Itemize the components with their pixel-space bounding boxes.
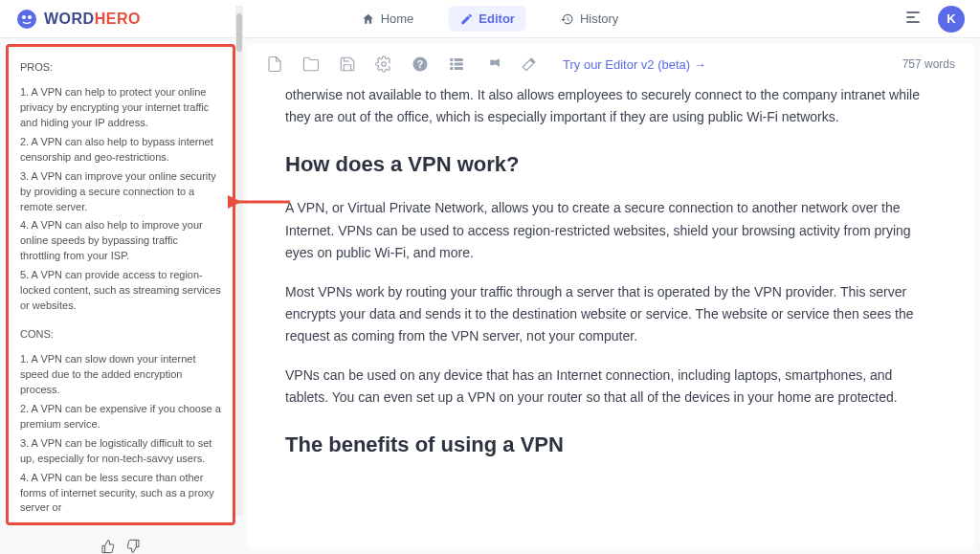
pros-item: 4. A VPN can also help to improve your o… [20,218,221,264]
magic-wand-icon[interactable] [521,55,538,73]
nav-home-label: Home [381,11,414,26]
folder-open-icon[interactable] [302,55,320,73]
svg-rect-9 [450,58,453,61]
svg-point-6 [382,62,387,67]
logo[interactable]: WORDHERO [15,8,141,31]
word-count: 757 words [902,57,955,71]
thumbs-up-icon[interactable] [100,539,116,554]
paragraph: Most VPNs work by routing your traffic t… [285,281,936,347]
svg-point-0 [17,10,36,29]
topbar-right: K [903,6,965,33]
thumbs-down-icon[interactable] [125,539,141,554]
avatar[interactable]: K [938,6,965,33]
new-file-icon[interactable] [266,55,283,73]
nav-center: Home Editor History [350,6,631,32]
paragraph: A VPN, or Virtual Private Network, allow… [285,197,936,263]
history-icon [561,12,574,26]
pencil-icon [459,12,473,26]
help-icon[interactable]: ? [412,55,429,73]
svg-rect-10 [455,58,463,61]
svg-rect-12 [455,63,463,66]
svg-rect-14 [455,67,463,70]
feedback-thumbs [6,531,235,554]
cons-item: 4. A VPN can be less secure than other f… [20,471,221,517]
cons-item: 1. A VPN can slow down your internet spe… [20,352,221,398]
paragraph: otherwise not available to them. It also… [285,84,936,128]
logo-text-word: WORD [44,11,95,28]
pros-item: 1. A VPN can help to protect your online… [20,85,221,131]
pin-icon[interactable] [484,55,501,73]
logo-icon [15,8,38,31]
svg-point-1 [22,15,26,19]
pros-title: PROS: [20,60,221,76]
nav-editor-label: Editor [479,11,515,26]
paragraph: VPNs can be used on any device that has … [285,365,936,409]
editor-area: ? Try our Editor v2 (beta) → 757 words o… [247,44,974,548]
sidebar-output: PROS: 1. A VPN can help to protect your … [6,44,235,525]
list-icon[interactable] [448,55,465,73]
nav-history-label: History [580,11,618,26]
nav-editor[interactable]: Editor [448,6,526,32]
logo-text-hero: HERO [95,11,141,28]
menu-toggle[interactable] [903,8,923,31]
editor-toolbar: ? Try our Editor v2 (beta) → 757 words [247,44,974,84]
pros-item: 5. A VPN can provide access to region-lo… [20,268,221,314]
gear-icon[interactable] [375,55,392,73]
pros-item: 3. A VPN can improve your online securit… [20,169,221,215]
svg-rect-13 [450,67,453,70]
try-v2-link[interactable]: Try our Editor v2 (beta) → [563,57,706,72]
svg-text:?: ? [417,58,423,70]
scroll-thumb[interactable] [236,13,242,52]
avatar-initial: K [947,11,955,26]
heading: The benefits of using a VPN [285,428,936,462]
editor-content[interactable]: otherwise not available to them. It also… [247,84,974,541]
sidebar-scrollbar[interactable] [235,6,243,516]
cons-title: CONS: [20,327,221,343]
hamburger-icon [903,8,923,27]
nav-history[interactable]: History [549,6,630,32]
save-icon[interactable] [339,55,356,73]
main-layout: PROS: 1. A VPN can help to protect your … [0,38,980,554]
svg-point-2 [28,15,32,19]
home-icon [362,12,375,26]
nav-home[interactable]: Home [350,6,426,32]
cons-item: 2. A VPN can be expensive if you choose … [20,402,221,432]
heading: How does a VPN work? [285,147,936,182]
cons-item: 3. A VPN can be logistically difficult t… [20,436,221,467]
left-column: PROS: 1. A VPN can help to protect your … [0,38,235,554]
svg-rect-11 [450,63,453,66]
pros-item: 2. A VPN can also help to bypass interne… [20,135,221,166]
top-navigation: WORDHERO Home Editor History K [0,0,980,38]
